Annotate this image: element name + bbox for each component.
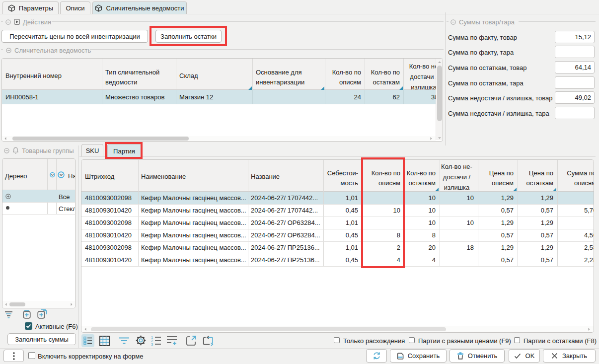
svg-text:3: 3: [151, 342, 153, 346]
